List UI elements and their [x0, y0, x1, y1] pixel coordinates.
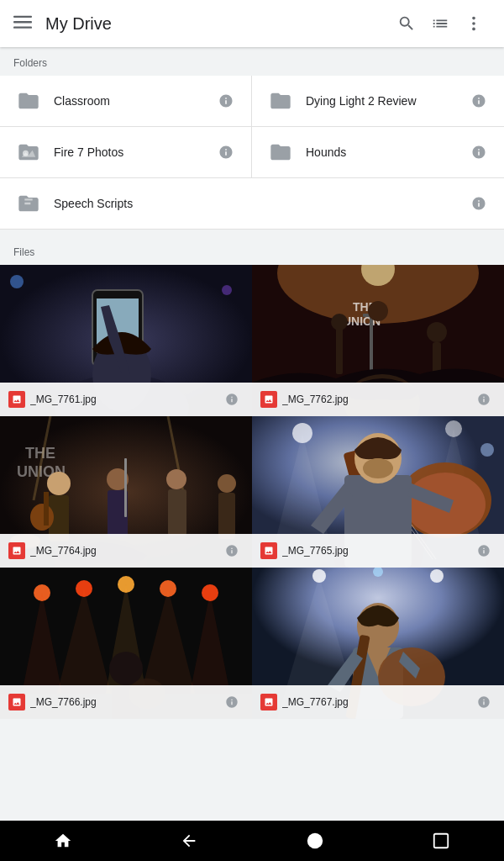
svg-point-13 [222, 285, 232, 295]
square-nav-button[interactable] [416, 821, 466, 861]
folder-item-fire-photos[interactable]: Fire 7 Photos [0, 127, 252, 178]
svg-point-24 [427, 322, 447, 342]
file-type-icon-img5 [8, 694, 25, 710]
svg-point-23 [368, 301, 388, 321]
file-name-img2: _MG_7762.jpg [282, 394, 467, 405]
svg-point-39 [166, 469, 186, 489]
home-nav-button[interactable] [38, 821, 88, 861]
file-info-img3[interactable] [220, 539, 244, 563]
app-title: My Drive [45, 14, 390, 34]
svg-point-41 [218, 474, 236, 493]
file-name-img1: _MG_7761.jpg [30, 394, 215, 405]
home-circle-nav-button[interactable] [290, 821, 340, 861]
file-type-icon-img2 [260, 391, 277, 408]
file-name-img4: _MG_7765.jpg [282, 545, 467, 557]
folder-name-dying-light: Dying Light 2 Review [306, 94, 467, 108]
file-name-img6: _MG_7767.jpg [282, 696, 467, 708]
file-info-img4[interactable] [472, 539, 496, 563]
svg-point-12 [10, 275, 24, 288]
folder-item-speech-scripts[interactable]: Speech Scripts [0, 178, 504, 230]
folder-item-dying-light[interactable]: Dying Light 2 Review [252, 76, 504, 127]
folder-info-speech-scripts[interactable] [467, 192, 491, 215]
file-item-img2[interactable]: THE UNION _MG_7762.jpg [252, 265, 504, 416]
svg-point-4 [472, 22, 475, 25]
folder-info-hounds[interactable] [467, 140, 491, 164]
folders-grid: Classroom Dying Light 2 Review [0, 76, 504, 230]
more-options-button[interactable] [457, 7, 491, 40]
svg-point-70 [430, 569, 444, 583]
file-info-img6[interactable] [472, 690, 496, 714]
file-caption-img2: _MG_7762.jpg [252, 383, 504, 416]
svg-point-57 [363, 458, 393, 478]
bottom-nav-bar [0, 821, 504, 861]
app-bar: My Drive [0, 0, 504, 47]
svg-text:THE: THE [25, 445, 55, 462]
folder-info-fire-photos[interactable] [214, 140, 238, 164]
file-name-img3: _MG_7764.jpg [30, 545, 215, 557]
folder-name-speech-scripts: Speech Scripts [54, 197, 467, 210]
folder-name-fire-photos: Fire 7 Photos [54, 145, 214, 159]
svg-point-20 [331, 314, 348, 330]
svg-rect-77 [434, 834, 449, 848]
folder-icon-classroom [13, 86, 44, 116]
file-type-icon-img1 [8, 391, 25, 408]
file-item-img1[interactable]: _MG_7761.jpg [0, 265, 252, 416]
folder-info-dying-light[interactable] [467, 89, 491, 113]
file-caption-img4: _MG_7765.jpg [252, 534, 504, 568]
svg-point-34 [30, 504, 54, 531]
file-info-img5[interactable] [220, 690, 244, 714]
file-item-img5[interactable]: _MG_7766.jpg [0, 568, 252, 719]
folder-item-hounds[interactable]: Hounds [252, 127, 504, 178]
folder-name-hounds: Hounds [306, 145, 467, 159]
file-name-img5: _MG_7766.jpg [30, 696, 215, 708]
svg-rect-42 [218, 493, 235, 539]
file-info-img1[interactable] [220, 388, 244, 411]
files-section-label: Files [0, 236, 504, 265]
folder-info-classroom[interactable] [214, 89, 238, 113]
svg-point-49 [480, 443, 494, 457]
file-info-img2[interactable] [472, 388, 496, 411]
file-type-icon-img6 [260, 694, 277, 710]
folder-item-classroom[interactable]: Classroom [0, 76, 252, 127]
folder-icon-dying-light [265, 86, 296, 116]
back-nav-button[interactable] [164, 821, 214, 861]
menu-icon[interactable] [13, 13, 32, 35]
file-caption-img1: _MG_7761.jpg [0, 383, 252, 416]
svg-point-5 [472, 28, 475, 31]
search-button[interactable] [390, 7, 423, 40]
svg-point-3 [472, 17, 475, 20]
file-item-img3[interactable]: THE UNION [0, 416, 252, 568]
file-caption-img6: _MG_7767.jpg [252, 685, 504, 719]
svg-rect-38 [124, 458, 127, 517]
files-grid: _MG_7761.jpg THE UNION [0, 265, 504, 719]
svg-rect-19 [336, 324, 343, 374]
svg-point-76 [307, 833, 323, 848]
svg-point-65 [109, 652, 143, 685]
folders-section-label: Folders [0, 47, 504, 76]
svg-rect-1 [13, 21, 32, 23]
file-caption-img5: _MG_7766.jpg [0, 685, 252, 719]
file-type-icon-img4 [260, 542, 277, 559]
list-view-button[interactable] [423, 7, 457, 40]
file-caption-img3: _MG_7764.jpg [0, 534, 252, 568]
svg-rect-40 [168, 489, 186, 536]
folder-icon-fire-photos [13, 137, 44, 167]
svg-rect-35 [44, 492, 49, 526]
file-item-img6[interactable]: _MG_7767.jpg [252, 568, 504, 719]
file-item-img4[interactable]: _MG_7765.jpg [252, 416, 504, 568]
file-type-icon-img3 [8, 542, 25, 559]
folder-icon-hounds [265, 137, 296, 167]
folder-name-classroom: Classroom [54, 94, 214, 108]
folder-icon-speech-scripts [13, 188, 44, 219]
svg-rect-2 [13, 26, 32, 28]
svg-point-32 [47, 472, 71, 495]
svg-rect-0 [13, 15, 32, 17]
